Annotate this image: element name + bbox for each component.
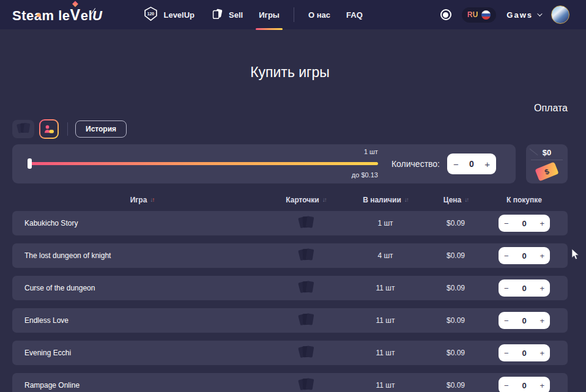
increase-button[interactable]: +	[540, 317, 544, 325]
column-header-stock[interactable]: В наличии ↓↑	[340, 196, 431, 204]
quantity-stepper: − 0 +	[499, 377, 550, 392]
decrease-button[interactable]: −	[504, 220, 509, 227]
column-header-game[interactable]: Игра ↓↑	[12, 196, 272, 204]
cards-icon	[297, 214, 315, 233]
levelup-badge-icon: 120	[143, 6, 158, 23]
table-row: Rampage Online 11 шт $0.09 − 0 +	[12, 373, 568, 392]
table-row: Kabukicho Story 1 шт $0.09 − 0 +	[12, 211, 568, 235]
sort-icon: ↓↑	[464, 197, 468, 203]
logo-dot-icon	[37, 13, 40, 17]
buy-cell: − 0 +	[481, 344, 568, 361]
buy-cell: − 0 +	[481, 279, 568, 297]
quantity-value: 0	[522, 219, 526, 228]
price-value: $0.09	[431, 219, 481, 227]
logo-u: U	[92, 8, 102, 24]
sort-icon: ↓↑	[322, 197, 326, 203]
language-selector[interactable]: RU	[462, 7, 496, 23]
price-value: $0.09	[431, 381, 481, 390]
sort-icon: ↓↑	[150, 197, 154, 203]
table-row: Curse of the dungeon 11 шт $0.09 − 0 +	[12, 276, 568, 300]
user-menu[interactable]: Gaws	[506, 10, 541, 20]
payment-section-label: Оплата	[12, 103, 568, 114]
quantity-stepper: − 0 +	[499, 312, 550, 329]
cards-cell	[272, 311, 340, 330]
decrease-button[interactable]: −	[453, 160, 459, 169]
table-row: The lost dungeon of knight 4 шт $0.09 − …	[12, 243, 568, 268]
cards-icon	[297, 344, 315, 363]
increase-button[interactable]: +	[540, 284, 544, 292]
chevron-down-icon	[537, 11, 542, 16]
price-value: $0.09	[431, 251, 481, 260]
increase-button[interactable]: +	[540, 252, 544, 260]
main-nav: 120 LevelUp Sell Игры О нас	[135, 0, 370, 29]
slider-limit-label: до $0.13	[352, 171, 378, 179]
cards-icon	[297, 246, 315, 265]
nav-item-levelup[interactable]: 120 LevelUp	[135, 0, 202, 29]
increase-button[interactable]: +	[540, 349, 544, 357]
game-title: The lost dungeon of knight	[12, 251, 272, 260]
increase-button[interactable]: +	[484, 160, 490, 169]
header-right: RU Gaws	[440, 6, 569, 24]
cards-cell	[272, 246, 340, 265]
buy-cell: − 0 +	[481, 215, 568, 232]
history-button[interactable]: История	[75, 120, 127, 138]
stock-value: 11 шт	[340, 284, 431, 292]
tab-cards[interactable]	[12, 120, 34, 138]
table-row: Evening Ecchi 11 шт $0.09 − 0 +	[12, 341, 568, 365]
username: Gaws	[506, 10, 533, 20]
decrease-button[interactable]: −	[504, 317, 509, 325]
game-title: Evening Ecchi	[12, 349, 272, 357]
cards-icon	[297, 311, 315, 330]
controls-row: 1 шт до $0.13 Количество: − 0 + $0 $	[12, 144, 568, 183]
nav-item-games[interactable]: Игры	[251, 0, 287, 29]
stock-value: 11 шт	[340, 381, 431, 390]
theme-toggle[interactable]	[440, 9, 451, 20]
cards-icon	[297, 279, 315, 298]
table-header: Игра ↓↑ Карточки ↓↑ В наличии ↓↑ Цена ↓↑…	[12, 194, 568, 206]
page-title: Купить игры	[12, 64, 568, 81]
buy-cell: − 0 +	[481, 377, 568, 392]
column-header-buy: К покупке	[481, 196, 568, 204]
increase-button[interactable]: +	[540, 382, 544, 390]
tab-sets-active[interactable]	[39, 119, 59, 139]
cards-cell	[272, 344, 340, 363]
price-value: $0.09	[431, 349, 481, 357]
quantity-slider-card: 1 шт до $0.13 Количество: − 0 +	[12, 144, 516, 183]
cards-cell	[272, 214, 340, 233]
column-header-price[interactable]: Цена ↓↑	[431, 196, 481, 204]
logo-text: Ste	[12, 8, 34, 24]
logo[interactable]: Steam leVelU	[12, 6, 102, 24]
payment-card[interactable]: $0 $	[526, 144, 568, 183]
nav-label: FAQ	[346, 10, 363, 20]
nav-item-about[interactable]: О нас	[300, 0, 338, 29]
decrease-button[interactable]: −	[504, 349, 509, 357]
column-header-cards[interactable]: Карточки ↓↑	[272, 196, 340, 204]
price-value: $0.09	[431, 316, 481, 325]
increase-button[interactable]: +	[540, 220, 544, 227]
language-code: RU	[467, 10, 478, 19]
money-bill-icon: $	[535, 161, 558, 181]
toolbar: История	[12, 119, 568, 139]
toggle-dot-icon	[443, 12, 448, 18]
decrease-button[interactable]: −	[504, 252, 509, 260]
decrease-button[interactable]: −	[504, 382, 509, 390]
person-gamepad-icon	[40, 120, 57, 138]
slider-handle[interactable]	[28, 158, 32, 169]
decrease-button[interactable]: −	[504, 284, 509, 292]
nav-item-sell[interactable]: Sell	[202, 0, 251, 29]
cards-cell	[272, 376, 340, 392]
avatar[interactable]	[551, 6, 569, 24]
quantity-value: 0	[522, 316, 526, 325]
price-value: $0.09	[431, 284, 481, 292]
table-body: Kabukicho Story 1 шт $0.09 − 0 + The los…	[12, 211, 568, 392]
nav-item-faq[interactable]: FAQ	[338, 0, 371, 29]
quantity-stepper: − 0 +	[499, 344, 550, 361]
sort-icon: ↓↑	[404, 197, 408, 203]
slider-track[interactable]	[29, 162, 378, 165]
quantity-label: Количество:	[391, 159, 440, 169]
nav-label: LevelUp	[163, 10, 195, 20]
cards-icon	[15, 121, 31, 138]
stock-value: 4 шт	[340, 251, 431, 260]
svg-text:120: 120	[147, 12, 155, 16]
header: Steam leVelU 120 LevelUp Sell Иг	[0, 0, 586, 29]
